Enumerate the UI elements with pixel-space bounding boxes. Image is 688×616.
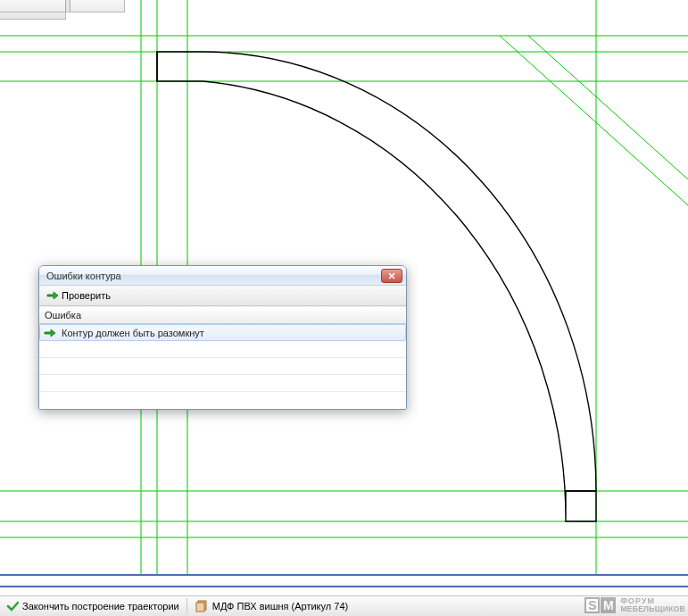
finish-trajectory-button[interactable]: Закончить построение траектории: [0, 597, 186, 616]
grid-row[interactable]: Контур должен быть разомкнут: [39, 324, 406, 341]
svg-line-10: [500, 36, 688, 205]
toolbar-fragment-top: [0, 0, 125, 12]
status-bar: Закончить построение траектории МДФ ПВХ …: [0, 595, 688, 616]
grid-row-empty: [39, 375, 406, 392]
grid-row-empty: [39, 392, 406, 409]
grid-row-text: Контур должен быть разомкнут: [60, 328, 204, 338]
arrow-right-icon: [40, 328, 60, 338]
check-button-label: Проверить: [62, 290, 111, 301]
dialog-title: Ошибки контура: [46, 271, 381, 281]
dialog-close-button[interactable]: [381, 269, 402, 283]
grid-row-empty: [39, 358, 406, 375]
horizontal-ruler: [0, 574, 688, 587]
toolbar-fragment-top-2: [0, 12, 66, 20]
check-button[interactable]: Проверить: [43, 288, 114, 303]
material-label: МДФ ПВХ вишня (Артикул 74): [212, 601, 348, 612]
arrow-right-icon: [46, 290, 59, 301]
close-icon: [388, 272, 395, 279]
grid-row-empty: [39, 341, 406, 358]
layers-icon: [195, 599, 209, 613]
checkmark-icon: [6, 600, 19, 612]
grid-column-header[interactable]: Ошибка: [39, 306, 406, 324]
column-header-label: Ошибка: [45, 310, 81, 320]
status-separator: [187, 598, 187, 614]
contour-errors-dialog: Ошибки контура Проверить Ошибка Контур д…: [38, 265, 407, 410]
dialog-toolbar: Проверить: [39, 286, 406, 306]
grid-body[interactable]: Контур должен быть разомкнут: [39, 324, 406, 409]
finish-trajectory-label: Закончить построение траектории: [22, 601, 179, 612]
dialog-titlebar[interactable]: Ошибки контура: [39, 266, 406, 286]
svg-line-11: [528, 36, 688, 179]
material-button[interactable]: МДФ ПВХ вишня (Артикул 74): [188, 597, 354, 616]
svg-rect-15: [196, 603, 204, 612]
